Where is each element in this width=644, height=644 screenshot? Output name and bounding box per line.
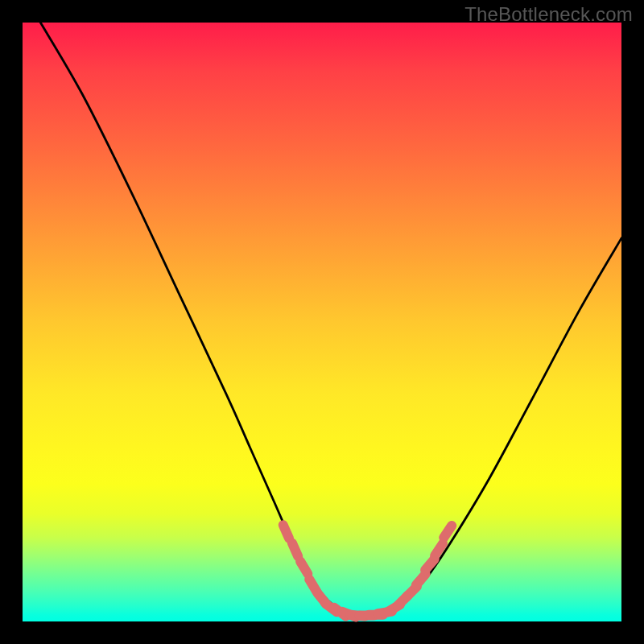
markers-group xyxy=(283,525,452,617)
marker-dash xyxy=(435,543,443,555)
marker-dash xyxy=(416,574,426,585)
chart-frame: TheBottleneck.com xyxy=(0,0,644,644)
bottleneck-curve xyxy=(40,23,621,616)
plot-area xyxy=(23,23,621,621)
chart-svg xyxy=(23,23,621,621)
curve-group xyxy=(40,23,621,616)
marker-dash xyxy=(283,525,289,538)
marker-dash xyxy=(292,543,298,556)
marker-dash xyxy=(444,526,452,538)
marker-dash xyxy=(300,561,308,573)
